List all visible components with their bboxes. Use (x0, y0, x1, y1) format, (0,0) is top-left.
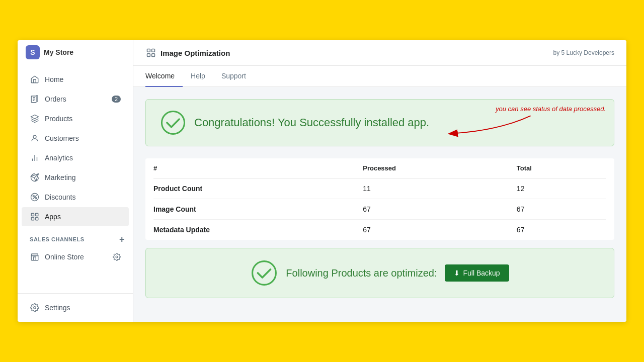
sidebar-item-label: Online Store (45, 253, 84, 261)
tab-help[interactable]: Help (183, 66, 213, 87)
svg-rect-16 (147, 54, 150, 57)
sidebar-item-marketing[interactable]: Marketing (22, 168, 129, 187)
svg-rect-8 (31, 213, 34, 216)
table-row: Metadata Update 67 67 (153, 220, 606, 240)
row-total: 12 (509, 178, 606, 199)
content-area: Congratulations! You Successfully instal… (133, 87, 626, 322)
settings-label: Settings (45, 304, 70, 312)
app-header-icon (145, 47, 156, 58)
sidebar-item-home[interactable]: Home (22, 70, 129, 89)
annotation-text: you can see status of data processed. (496, 105, 606, 114)
sales-channels-section: SALES CHANNELS + (18, 227, 133, 247)
online-store-settings-icon[interactable] (113, 253, 121, 261)
products-icon (30, 114, 40, 124)
svg-point-2 (33, 135, 36, 138)
app-header: Image Optimization by 5 Lucky Developers (133, 40, 626, 66)
main-content: Image Optimization by 5 Lucky Developers… (133, 40, 626, 322)
row-name: Metadata Update (153, 220, 355, 240)
sidebar-item-online-store[interactable]: Online Store (22, 247, 129, 266)
stats-table: # Processed Total Product Count 11 12 Im… (153, 158, 606, 240)
row-processed: 11 (355, 178, 509, 199)
bottom-banner-text: Following Products are optimized: (286, 267, 437, 279)
row-total: 67 (509, 199, 606, 220)
customers-icon (30, 133, 40, 143)
sidebar-item-label: Discounts (45, 193, 75, 201)
row-name: Product Count (153, 178, 355, 199)
apps-icon (30, 212, 40, 222)
sidebar-logo: S My Store (18, 40, 133, 69)
marketing-icon (30, 172, 40, 183)
main-nav: Home Orders 2 Products (18, 69, 133, 227)
success-message: Congratulations! You Successfully instal… (194, 116, 429, 129)
sidebar-item-apps[interactable]: Apps (22, 207, 129, 226)
svg-rect-11 (36, 218, 38, 220)
svg-point-13 (34, 307, 36, 309)
settings-icon (30, 303, 40, 313)
row-processed: 67 (355, 199, 509, 220)
col-header-total: Total (509, 158, 606, 178)
sidebar-bottom: Settings (18, 293, 133, 322)
app-tabs: Welcome Help Support (133, 66, 626, 87)
svg-point-6 (33, 195, 34, 197)
data-table-section: # Processed Total Product Count 11 12 Im… (145, 158, 614, 240)
add-sales-channel-button[interactable]: + (119, 235, 125, 244)
sidebar-item-analytics[interactable]: Analytics (22, 148, 129, 167)
sidebar-item-label: Analytics (45, 154, 73, 162)
success-check-icon (160, 110, 186, 136)
sidebar-item-customers[interactable]: Customers (22, 129, 129, 148)
sidebar-item-label: Customers (45, 134, 79, 142)
table-row: Product Count 11 12 (153, 178, 606, 199)
svg-marker-1 (31, 115, 39, 119)
svg-rect-17 (152, 54, 155, 57)
bottom-check-icon (251, 259, 278, 287)
full-backup-button[interactable]: ⬇ Full Backup (445, 264, 509, 282)
svg-point-19 (253, 261, 276, 285)
online-store-icon (30, 252, 40, 262)
svg-rect-9 (36, 213, 38, 216)
orders-badge: 2 (112, 96, 121, 103)
analytics-icon (30, 153, 40, 163)
app-title: Image Optimization (160, 49, 230, 57)
sidebar-item-discounts[interactable]: Discounts (22, 188, 129, 207)
app-header-left: Image Optimization (145, 47, 230, 58)
svg-rect-15 (152, 49, 155, 52)
tab-welcome[interactable]: Welcome (145, 66, 183, 87)
bottom-banner: Following Products are optimized: ⬇ Full… (145, 248, 614, 298)
col-header-name: # (153, 158, 355, 178)
sidebar-item-products[interactable]: Products (22, 109, 129, 128)
svg-rect-10 (31, 218, 34, 220)
tab-support[interactable]: Support (213, 66, 254, 87)
sidebar-item-label: Products (45, 115, 72, 123)
sidebar: S My Store Home Orders 2 (18, 40, 133, 322)
discounts-icon (30, 192, 40, 202)
sidebar-item-settings[interactable]: Settings (22, 298, 129, 317)
svg-point-12 (116, 256, 118, 258)
store-name: My Store (44, 48, 73, 56)
download-icon: ⬇ (454, 269, 460, 277)
app-author: by 5 Lucky Developers (553, 49, 614, 56)
sidebar-item-label: Marketing (45, 173, 75, 182)
store-icon: S (26, 45, 40, 59)
success-banner: Congratulations! You Successfully instal… (145, 99, 614, 146)
svg-point-7 (35, 198, 37, 199)
app-window: S My Store Home Orders 2 (18, 40, 626, 322)
sales-channels-label: SALES CHANNELS (30, 236, 85, 242)
table-row: Image Count 67 67 (153, 199, 606, 220)
home-icon (30, 74, 40, 84)
row-total: 67 (509, 220, 606, 240)
row-name: Image Count (153, 199, 355, 220)
sidebar-item-orders[interactable]: Orders 2 (22, 89, 129, 109)
orders-icon (30, 94, 40, 104)
svg-point-18 (162, 111, 184, 134)
row-processed: 67 (355, 220, 509, 240)
sidebar-item-label: Orders (45, 95, 66, 103)
svg-rect-14 (147, 49, 150, 52)
sidebar-item-label: Home (45, 75, 63, 83)
sidebar-item-label: Apps (45, 213, 61, 221)
col-header-processed: Processed (355, 158, 509, 178)
